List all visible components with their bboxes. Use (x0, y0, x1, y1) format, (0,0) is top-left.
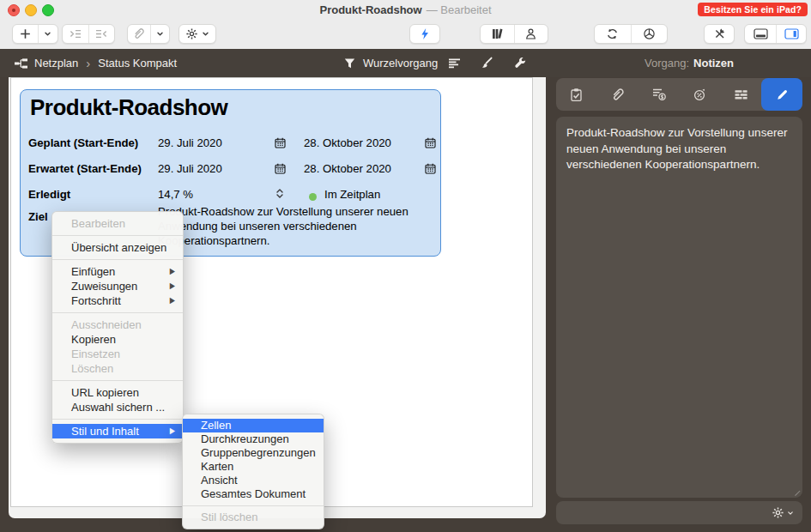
resources-button[interactable] (514, 25, 548, 43)
filter-chip[interactable]: Wurzelvorgang (343, 49, 438, 77)
geplant-start-value[interactable]: 29. Juli 2020 (158, 136, 222, 149)
add-button[interactable] (13, 25, 38, 43)
tab-attachments[interactable] (597, 78, 639, 111)
submenu-item-zellen[interactable]: Zellen (183, 419, 324, 432)
library-icon (491, 27, 504, 40)
geplant-end-value[interactable]: 28. Oktober 2020 (304, 136, 391, 149)
gear-icon (185, 27, 198, 40)
menu-item-einsetzen: Einsetzen (52, 347, 183, 361)
format-wrench-button[interactable] (513, 49, 528, 77)
stepper-icon[interactable] (275, 188, 284, 199)
titlebar: Produkt-Roadshow — Bearbeitet Besitzen S… (0, 0, 811, 19)
status-dot (309, 190, 317, 203)
breadcrumb[interactable]: Netzplan › Status Kompakt (14, 49, 177, 77)
erwartet-end-value[interactable]: 28. Oktober 2020 (304, 162, 391, 175)
note-text[interactable]: Produkt-Roadshow zur Vorstellung unserer… (566, 126, 787, 171)
status-label[interactable]: Im Zeitplan (324, 188, 380, 201)
menu-separator (52, 312, 183, 313)
toggle-right-panel-button[interactable] (776, 25, 806, 43)
lightning-icon (419, 27, 431, 40)
menu-item-uebersicht-anzeigen[interactable]: Übersicht anzeigen (52, 240, 183, 255)
row-label-ziel: Ziel (28, 210, 48, 223)
submenu-item-stil-loeschen: Stil löschen (183, 511, 324, 524)
row-label-erledigt: Erledigt (28, 188, 70, 201)
chevron-down-icon (156, 30, 164, 38)
brush-icon (479, 57, 493, 70)
menu-item-loeschen: Löschen (52, 361, 183, 376)
alignment-icon (447, 57, 463, 70)
calendar-icon[interactable] (425, 163, 436, 174)
add-options-button[interactable] (38, 25, 57, 43)
menu-item-stil-und-inhalt[interactable]: Stil und Inhalt▶ (52, 424, 183, 438)
kickstart-button[interactable] (409, 24, 440, 44)
context-value: Notizen (693, 57, 734, 70)
attach-button[interactable] (128, 25, 150, 43)
menu-item-kopieren[interactable]: Kopieren (52, 332, 183, 347)
tab-costs[interactable] (639, 78, 680, 111)
menu-separator (52, 419, 183, 420)
context-label: Vorgang: (645, 57, 689, 70)
breadcrumb-view[interactable]: Netzplan (34, 57, 78, 70)
attachment-icon (132, 27, 145, 40)
ipad-promo-button[interactable]: Besitzen Sie ein iPad? (698, 3, 808, 16)
net-overview-button[interactable] (631, 25, 667, 43)
submenu-arrow-icon: ▶ (170, 292, 175, 309)
menu-item-einfuegen[interactable]: Einfügen▶ (52, 264, 183, 279)
note-editor[interactable]: Produkt-Roadshow zur Vorstellung unserer… (556, 117, 802, 498)
submenu-item-durchkreuzungen[interactable]: Durchkreuzungen (183, 432, 324, 446)
erwartet-start-value[interactable]: 29. Juli 2020 (158, 162, 222, 175)
window-title: Produkt-Roadshow — Bearbeitet (0, 0, 811, 19)
person-icon (524, 27, 537, 40)
panels-group (744, 24, 807, 44)
tab-notes[interactable] (761, 78, 802, 111)
cost-icon (651, 88, 667, 101)
settings-button[interactable] (704, 24, 735, 44)
sync-button[interactable] (595, 25, 631, 43)
submenu-item-karten[interactable]: Karten (183, 460, 324, 474)
actions-button[interactable] (179, 24, 216, 44)
calendar-icon[interactable] (275, 137, 286, 148)
sync-icon (606, 27, 619, 40)
erledigt-value[interactable]: 14,7 % (158, 188, 193, 201)
menu-separator (52, 235, 183, 236)
tab-fields[interactable] (720, 78, 761, 111)
indent-icon (69, 28, 82, 39)
library-button[interactable] (481, 25, 514, 43)
panel-bottom-icon (754, 28, 768, 39)
attach-options-button[interactable] (150, 25, 169, 43)
menu-separator (52, 380, 183, 381)
outdent-button[interactable] (88, 25, 115, 43)
ziel-value[interactable]: Produkt-Roadshow zur Vorstellung unserer… (158, 204, 441, 248)
style-brush-button[interactable] (479, 49, 493, 77)
alignment-button[interactable] (447, 49, 463, 77)
breadcrumb-separator: › (86, 56, 90, 70)
tab-progress[interactable] (679, 78, 720, 111)
toggle-bottom-panel-button[interactable] (745, 25, 776, 43)
inspector-tabbar (556, 78, 802, 111)
calendar-icon[interactable] (275, 163, 286, 174)
resources-group (480, 24, 548, 44)
outdent-icon (94, 28, 108, 39)
resize-grip-icon[interactable] (790, 486, 800, 496)
chevron-down-icon (787, 510, 794, 517)
menu-item-zuweisungen[interactable]: Zuweisungen▶ (52, 279, 183, 293)
menu-item-url-kopieren[interactable]: URL kopieren (52, 385, 183, 400)
submenu-item-gruppenbegrenzungen[interactable]: Gruppenbegrenzungen (183, 446, 324, 460)
breadcrumb-style[interactable]: Status Kompakt (98, 57, 177, 70)
indent-button[interactable] (63, 25, 88, 43)
calendar-icon[interactable] (425, 137, 436, 148)
submenu-item-gesamtes-dokument[interactable]: Gesamtes Dokument (183, 487, 324, 501)
menu-item-auswahl-sichern[interactable]: Auswahl sichern ... (52, 400, 183, 414)
sync-group (594, 24, 668, 44)
menu-separator (183, 505, 324, 506)
task-title[interactable]: Produkt-Roadshow (30, 94, 227, 121)
submenu-arrow-icon: ▶ (170, 422, 175, 439)
attachment-icon (610, 88, 625, 102)
submenu-item-ansicht[interactable]: Ansicht (183, 474, 324, 487)
menu-item-fortschritt[interactable]: Fortschritt▶ (52, 293, 183, 308)
gear-icon[interactable] (772, 506, 784, 519)
indent-group (62, 24, 115, 44)
tab-plan[interactable] (556, 78, 597, 111)
chevron-down-icon (202, 30, 209, 38)
wrench-icon (513, 57, 528, 70)
